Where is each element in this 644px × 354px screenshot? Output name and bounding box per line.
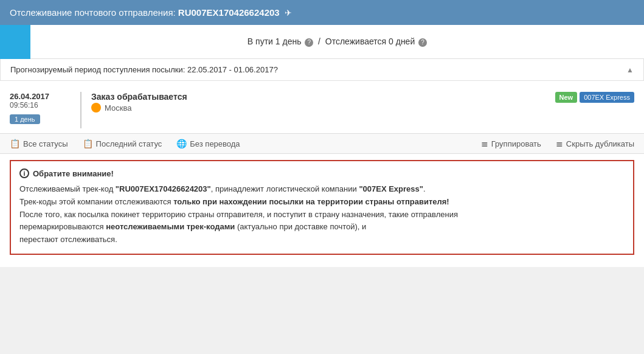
toolbar: 📋 Все статусы 📋 Последний статус 🌐 Без п…	[0, 133, 644, 154]
notice-line5: перестают отслеживаться.	[19, 235, 117, 244]
all-statuses-label: Все статусы	[23, 139, 68, 148]
forecast-help-icon[interactable]: ?	[274, 65, 278, 74]
notice-line4-prefix: перемаркировываются	[19, 222, 106, 231]
event-day-badge: 1 день	[10, 114, 40, 124]
notice-line1-suffix: .	[423, 184, 426, 193]
transit-help-icon[interactable]: ?	[305, 38, 313, 47]
notice-body: Отслеживаемый трек-код "RU007EX170426624…	[19, 183, 625, 246]
tracked-days: Отслеживается 0 дней	[325, 36, 415, 46]
no-translation-icon: 🌐	[176, 139, 187, 148]
badge-service[interactable]: 007EX Express	[580, 92, 634, 103]
tracked-help-icon[interactable]: ?	[418, 38, 427, 47]
all-statuses-button[interactable]: 📋 Все статусы	[10, 139, 68, 148]
last-status-button[interactable]: 📋 Последний статус	[83, 139, 162, 148]
badge-new: New	[555, 92, 578, 103]
header: Отслеживание почтового отправления: RU00…	[0, 0, 644, 25]
event-badges: New 007EX Express	[555, 92, 634, 103]
notice-title: i Обратите внимание!	[19, 168, 625, 178]
tracking-id-link[interactable]: RU007EX170426624203	[178, 7, 280, 18]
notice-line2-bold: только при нахождении посылки на террито…	[173, 197, 449, 206]
group-label: Группировать	[491, 139, 541, 148]
last-status-icon: 📋	[83, 139, 93, 148]
transit-flag	[0, 25, 30, 59]
event-location: Москва	[105, 103, 131, 113]
notice-box: i Обратите внимание! Отслеживаемый трек-…	[10, 160, 634, 255]
event-divider	[80, 92, 81, 128]
notice-line1-code: "RU007EX170426624203"	[116, 184, 211, 193]
notice-line4-bold: неотслеживаемыми трек-кодами	[106, 222, 235, 231]
hide-duplicates-label: Скрыть дубликаты	[566, 139, 634, 148]
event-time: 09:56:16	[10, 101, 71, 109]
send-icon: ✈	[285, 8, 292, 18]
all-statuses-icon: 📋	[10, 139, 20, 148]
header-title: Отслеживание почтового отправления: RU00…	[10, 7, 280, 18]
event-location-row: Москва	[91, 103, 555, 113]
header-title-text: Отслеживание почтового отправления:	[10, 7, 176, 18]
notice-line1-middle: , принадлежит логистической компании	[211, 184, 359, 193]
transit-bar: В пути 1 день ? / Отслеживается 0 дней ?	[0, 25, 644, 59]
event-date-col: 26.04.2017 09:56:16 1 день	[10, 92, 71, 124]
forecast-chevron-icon[interactable]: ▲	[626, 66, 634, 74]
forecast-bar: Прогнозируемый период поступления посылк…	[0, 59, 644, 81]
event-status: Заказ обрабатывается	[91, 92, 555, 102]
event-circle-icon	[91, 103, 101, 113]
notice-icon: i	[19, 168, 29, 178]
no-translation-label: Без перевода	[190, 139, 240, 148]
main-content: 26.04.2017 09:56:16 1 день Заказ обрабат…	[0, 81, 644, 267]
notice-line1-company: "007EX Express"	[359, 184, 423, 193]
hide-duplicates-button[interactable]: ≣ Скрыть дубликаты	[556, 139, 634, 148]
last-status-label: Последний статус	[96, 139, 162, 148]
event-date: 26.04.2017	[10, 92, 71, 101]
group-icon: ≣	[481, 139, 488, 148]
track-event-row: 26.04.2017 09:56:16 1 день Заказ обрабат…	[0, 87, 644, 133]
notice-line3: После того, как посылка покинет территор…	[19, 210, 458, 219]
notice-line1-prefix: Отслеживаемый трек-код	[19, 184, 116, 193]
notice-title-text: Обратите внимание!	[33, 169, 114, 178]
notice-line2-prefix: Трек-коды этой компании отслеживаются	[19, 197, 173, 206]
transit-text: В пути 1 день ? / Отслеживается 0 дней ?	[30, 36, 644, 47]
notice-line4-suffix: (актуально при доставке почтой), и	[235, 222, 366, 231]
group-button[interactable]: ≣ Группировать	[481, 139, 541, 148]
forecast-label: Прогнозируемый период поступления посылк…	[10, 65, 274, 74]
transit-days: В пути 1 день	[248, 36, 302, 46]
hide-duplicates-icon: ≣	[556, 139, 563, 148]
no-translation-button[interactable]: 🌐 Без перевода	[176, 139, 240, 148]
event-details: Заказ обрабатывается Москва	[91, 92, 555, 113]
